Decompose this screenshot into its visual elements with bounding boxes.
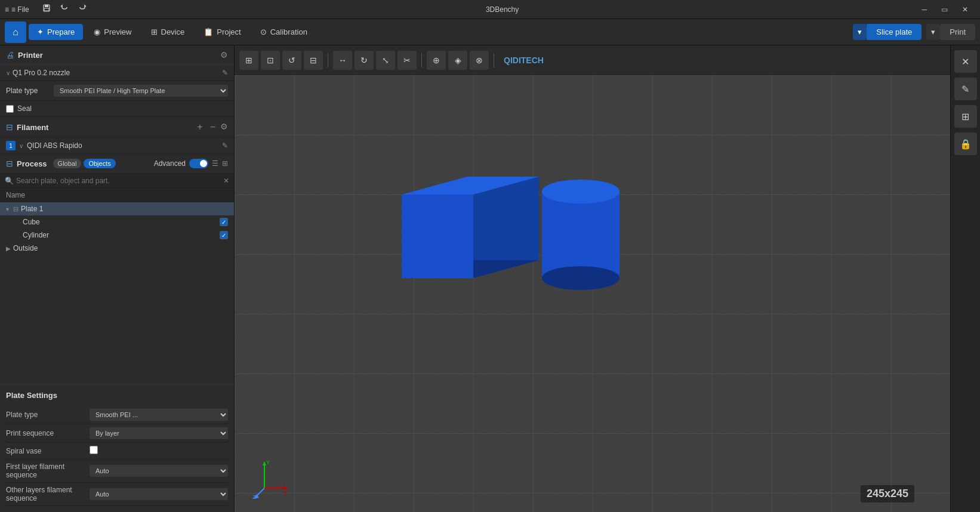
separator3 [494, 53, 494, 67]
search-row: 🔍 ✕ [0, 174, 234, 188]
dimensions-overlay: 245x245 [861, 485, 914, 502]
filament-header: ⊟ Filament + − ⚙ [0, 117, 234, 137]
separator1 [328, 53, 328, 67]
edit-view-button[interactable]: ✎ [954, 78, 977, 100]
other-layers-select[interactable]: Auto [90, 488, 228, 500]
cube-view-button[interactable]: ⊞ [239, 51, 258, 70]
home-button[interactable]: ⌂ [5, 21, 26, 43]
layout-view-button[interactable]: ⊞ [954, 105, 977, 128]
undo-button[interactable] [57, 3, 72, 16]
cube-checkbox[interactable] [220, 218, 228, 226]
scale-button[interactable]: ⤡ [376, 51, 395, 70]
plate-type-row: Plate type Smooth PEI Plate / High Temp … [0, 81, 234, 101]
nav-right: ▾ Slice plate ▾ Print [853, 24, 975, 40]
navbar: ⌂ ✦ Prepare ◉ Preview ⊞ Device 📋 Project… [0, 19, 980, 45]
tab-objects[interactable]: Objects [84, 159, 115, 168]
tab-prepare[interactable]: ✦ Prepare [29, 24, 83, 40]
cut-button[interactable]: ✂ [397, 51, 417, 70]
modifier-button[interactable]: ⊗ [470, 51, 489, 70]
viewport-toolbar: ⊞ ⊡ ↺ ⊟ ↔ ↻ ⤡ ✂ ⊕ ◈ ⊗ QIDITECH [235, 45, 950, 75]
plate-settings-title: Plate Settings [6, 391, 228, 400]
spiral-vase-value [90, 446, 228, 456]
print-button[interactable]: Print [940, 24, 975, 40]
minimize-button[interactable]: ─ [914, 3, 934, 16]
tree-item-cube[interactable]: Cube [0, 215, 234, 229]
seal-row: Seal [0, 101, 234, 117]
left-panel: 🖨 Printer ⚙ ∨ Q1 Pro 0.2 nozzle ✎ Plate … [0, 45, 235, 512]
rotate-button[interactable]: ↻ [355, 51, 374, 70]
tab-calibration[interactable]: ⊙ Calibration [252, 24, 316, 40]
process-tabs: Global Objects [53, 159, 116, 168]
tab-device[interactable]: ⊞ Device [143, 24, 193, 40]
svg-marker-9 [284, 486, 288, 490]
filament-edit-button[interactable]: ✎ [222, 141, 228, 150]
tab-project[interactable]: 📋 Project [195, 24, 249, 40]
close-button[interactable]: ✕ [955, 3, 975, 16]
advanced-label: Advanced [154, 159, 186, 168]
move-button[interactable]: ↔ [333, 51, 352, 70]
grid-button[interactable]: ⊡ [261, 51, 280, 70]
process-right: Advanced ☰ ⊞ [154, 159, 228, 168]
cylinder-body [542, 192, 620, 278]
cylinder-top-highlight [542, 180, 620, 203]
svg-rect-1 [45, 5, 48, 7]
search-icon: 🔍 [5, 177, 14, 185]
outside-name: Outside [13, 244, 228, 252]
plate-settings: Plate Settings Plate type Smooth PEI ...… [0, 384, 234, 512]
setting-row-other-layers: Other layers filament sequence Auto [6, 483, 228, 506]
save-button[interactable] [39, 3, 54, 16]
add-filament-button[interactable]: + [195, 122, 205, 132]
plate-type-select[interactable]: Smooth PEI Plate / High Temp Plate [54, 85, 228, 97]
preview-icon: ◉ [94, 27, 100, 36]
print-dropdown-button[interactable]: ▾ [926, 24, 940, 40]
spiral-vase-checkbox[interactable] [90, 446, 98, 454]
filament-dropdown-icon: ∨ [19, 143, 23, 149]
tab-preview[interactable]: ◉ Preview [85, 24, 140, 40]
grid-view-button[interactable]: ⊞ [222, 159, 228, 168]
search-clear-button[interactable]: ✕ [223, 177, 229, 185]
plate-type-setting-value: Smooth PEI ... [90, 409, 228, 421]
slice-dropdown-button[interactable]: ▾ [853, 24, 867, 40]
tab-global[interactable]: Global [53, 159, 82, 168]
filament-settings-button[interactable]: ⚙ [220, 122, 228, 132]
printer-edit-button[interactable]: ✎ [222, 69, 228, 77]
close-view-button[interactable]: ✕ [954, 50, 977, 73]
filament-number: 1 [6, 141, 16, 150]
main-layout: 🖨 Printer ⚙ ∨ Q1 Pro 0.2 nozzle ✎ Plate … [0, 45, 980, 512]
remove-filament-button[interactable]: − [208, 122, 218, 132]
plate-type-setting-select[interactable]: Smooth PEI ... [90, 409, 228, 421]
cylinder-bottom-ellipse [542, 266, 620, 290]
filament-section-title: Filament [17, 123, 195, 132]
seam-button[interactable]: ◈ [448, 51, 467, 70]
advanced-toggle[interactable] [189, 159, 208, 168]
separator2 [421, 53, 422, 67]
prepare-label: Prepare [47, 27, 75, 36]
tree-item-outside[interactable]: ▶ Outside [0, 242, 234, 255]
redo-button[interactable] [75, 3, 90, 16]
slice-plate-button[interactable]: Slice plate [867, 24, 922, 40]
support-button[interactable]: ⊕ [427, 51, 446, 70]
print-sequence-select[interactable]: By layer [90, 427, 228, 439]
lock-view-button[interactable]: 🔒 [954, 132, 977, 155]
first-layer-select[interactable]: Auto [90, 465, 228, 477]
tree-item-plate1[interactable]: ▾ ⊟ Plate 1 [0, 202, 234, 215]
arrange-button[interactable]: ⊟ [304, 51, 323, 70]
search-input[interactable] [16, 177, 223, 185]
seal-label: Seal [17, 104, 32, 113]
seal-checkbox[interactable] [6, 105, 14, 113]
viewport[interactable]: ⊞ ⊡ ↺ ⊟ ↔ ↻ ⤡ ✂ ⊕ ◈ ⊗ QIDITECH [235, 45, 950, 512]
print-sequence-value: By layer [90, 427, 228, 439]
filament-section: ⊟ Filament + − ⚙ 1 ∨ QIDI ABS Rapido ✎ [0, 117, 234, 154]
expand-icon: ▾ [6, 206, 13, 212]
filament-name: QIDI ABS Rapido [27, 141, 218, 150]
cylinder-checkbox[interactable] [220, 231, 228, 239]
list-view-button[interactable]: ☰ [212, 159, 218, 168]
cylinder-name: Cylinder [23, 231, 220, 239]
maximize-button[interactable]: ▭ [934, 3, 955, 16]
printer-settings-button[interactable]: ⚙ [220, 50, 228, 60]
file-menu[interactable]: ≡ ≡ File [5, 5, 29, 14]
tree-item-cylinder[interactable]: Cylinder [0, 229, 234, 242]
filament-item: 1 ∨ QIDI ABS Rapido ✎ [0, 137, 234, 153]
device-label: Device [161, 27, 185, 36]
orient-button[interactable]: ↺ [282, 51, 301, 70]
